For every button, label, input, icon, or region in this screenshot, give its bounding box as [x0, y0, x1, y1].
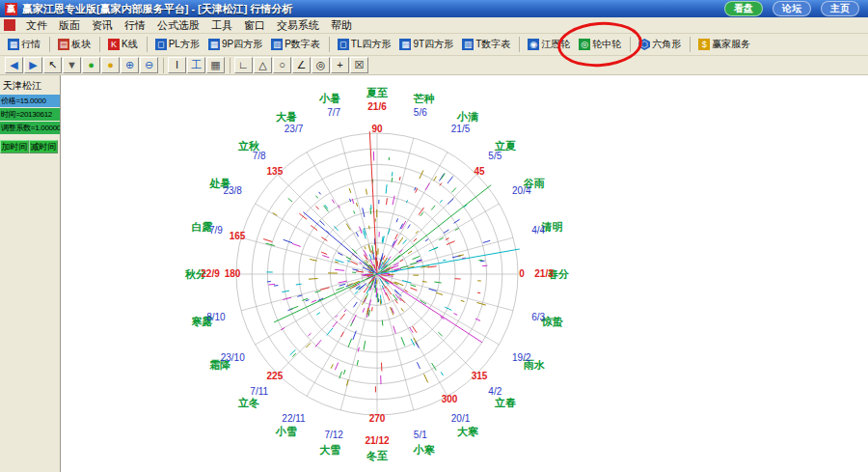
- toolbar-button-t-number-table[interactable]: ▥T数字表: [458, 35, 514, 54]
- svg-text:立冬: 立冬: [237, 397, 259, 409]
- toolbar-separator: [690, 37, 691, 52]
- svg-text:21/3: 21/3: [534, 268, 554, 279]
- toolbar-button-label: K线: [122, 38, 138, 51]
- drawing-tool-right-angle-icon[interactable]: ∟: [234, 57, 253, 73]
- kline-icon: K: [108, 39, 120, 50]
- svg-text:7/11: 7/11: [250, 386, 268, 397]
- toolbar-button-label: 赢家服务: [712, 38, 750, 51]
- svg-text:芒种: 芒种: [413, 93, 435, 104]
- titlebar-button-home[interactable]: 主页: [821, 1, 859, 16]
- svg-text:23/10: 23/10: [221, 352, 245, 363]
- side-panel: 天津松江 价格=15.0000时间=20130612调整系数=1.00000 加…: [0, 75, 61, 472]
- svg-text:315: 315: [472, 371, 488, 381]
- toolbar-button-hexagon[interactable]: ⬡六角形: [635, 35, 685, 54]
- toolbar-button-label: TL四方形: [351, 38, 392, 51]
- add-time-button[interactable]: 加时间: [0, 140, 29, 153]
- drawing-tool-marker-green-icon[interactable]: ●: [82, 57, 100, 73]
- hexagon-icon: ⬡: [638, 39, 650, 50]
- svg-text:21/5: 21/5: [451, 124, 471, 134]
- toolbar-button-label: 江恩轮: [541, 38, 570, 51]
- toolbar-button-p-number-table[interactable]: ▥P数字表: [267, 35, 324, 54]
- svg-text:7/7: 7/7: [327, 107, 340, 118]
- gann-wheel-chart[interactable]: 90450315300270225180165135夏至21/6芒种5/6小满2…: [61, 75, 868, 472]
- toolbar-button-quotes[interactable]: ▦行情: [4, 35, 44, 54]
- titlebar-button-watch[interactable]: 看盘: [724, 1, 763, 16]
- svg-text:180: 180: [225, 268, 241, 279]
- drawing-tool-grid-icon[interactable]: ▦: [206, 57, 225, 73]
- drawing-tool-circle-icon[interactable]: ○: [273, 57, 291, 73]
- drawing-tool-marker-yellow-icon[interactable]: ●: [101, 57, 120, 73]
- svg-text:冬至: 冬至: [366, 450, 388, 462]
- svg-text:大暑: 大暑: [276, 111, 297, 123]
- drawing-tool-back-icon[interactable]: ◀: [5, 57, 23, 73]
- menu-item-formula-stock-pick[interactable]: 公式选股: [151, 18, 205, 33]
- titlebar-button-forum[interactable]: 论坛: [773, 1, 811, 16]
- field-adjust-factor[interactable]: 调整系数=1.00000: [0, 122, 60, 134]
- toolbar-button-tl-square[interactable]: ◻TL四方形: [334, 35, 395, 54]
- toolbar-button-label: PL方形: [169, 38, 200, 51]
- svg-text:5/6: 5/6: [414, 107, 427, 118]
- drawing-tool-vertical-line-icon[interactable]: I: [168, 57, 186, 73]
- svg-text:225: 225: [267, 371, 284, 381]
- wheel-in-wheel-icon: ◎: [579, 39, 590, 50]
- table-icon: ▥: [462, 39, 474, 50]
- toolbar-button-winner-service[interactable]: $赢家服务: [694, 35, 754, 54]
- menu-item-layout[interactable]: 版面: [53, 18, 86, 33]
- drawing-tool-delete-icon[interactable]: ☒: [350, 57, 368, 73]
- svg-text:23/7: 23/7: [285, 124, 304, 134]
- main-body: 天津松江 价格=15.0000时间=20130612调整系数=1.00000 加…: [0, 75, 868, 472]
- time-adjust-buttons: 加时间减时间: [0, 140, 60, 153]
- toolbar-separator: [329, 37, 330, 52]
- toolbar-separator: [163, 58, 164, 73]
- square-icon: ◻: [155, 39, 167, 50]
- menu-item-file[interactable]: 文件: [20, 18, 53, 33]
- svg-text:7/12: 7/12: [324, 430, 343, 440]
- drawing-tool-zoom-in-icon[interactable]: ⊕: [121, 57, 139, 73]
- toolbar-button-wheel-in-wheel[interactable]: ◎轮中轮: [575, 35, 625, 54]
- svg-text:22/9: 22/9: [201, 268, 220, 279]
- svg-text:小暑: 小暑: [318, 93, 340, 104]
- toolbar-separator: [230, 58, 231, 73]
- drawing-tool-crosshair-icon[interactable]: +: [331, 57, 349, 73]
- svg-text:21/6: 21/6: [367, 101, 387, 112]
- svg-text:135: 135: [267, 166, 284, 177]
- drawing-tool-triangle-icon[interactable]: △: [254, 57, 272, 73]
- parameter-fields: 价格=15.0000时间=20130612调整系数=1.00000: [0, 95, 60, 134]
- field-price[interactable]: 价格=15.0000: [0, 95, 60, 107]
- svg-text:大雪: 大雪: [319, 444, 340, 456]
- svg-text:立春: 立春: [494, 397, 517, 408]
- gann-wheel-svg: 90450315300270225180165135夏至21/6芒种5/6小满2…: [61, 75, 867, 472]
- toolbar-button-gann-wheel[interactable]: ◉江恩轮: [524, 35, 574, 54]
- toolbar-button-sectors[interactable]: ▤板块: [54, 35, 95, 54]
- menu-bar: 文件版面资讯行情公式选股工具窗口交易系统帮助: [0, 17, 868, 34]
- menu-item-news[interactable]: 资讯: [86, 18, 119, 33]
- field-time[interactable]: 时间=20130612: [0, 108, 60, 121]
- svg-text:5/5: 5/5: [488, 151, 502, 161]
- drawing-tool-target-icon[interactable]: ◎: [312, 57, 330, 73]
- toolbar-button-kline[interactable]: KK线: [104, 35, 142, 54]
- toolbar-button-label: 9P四方形: [222, 38, 262, 51]
- drawing-tool-angle-icon[interactable]: ∠: [292, 57, 311, 73]
- menu-item-tools[interactable]: 工具: [205, 18, 238, 33]
- svg-text:8/10: 8/10: [206, 312, 226, 322]
- drawing-tool-zoom-out-icon[interactable]: ⊖: [140, 57, 158, 73]
- menu-item-trading-system[interactable]: 交易系统: [271, 18, 325, 33]
- menu-item-help[interactable]: 帮助: [325, 18, 358, 33]
- toolbar-button-9p-square[interactable]: ▦9P四方形: [204, 35, 266, 54]
- toolbar-button-pl-square[interactable]: ◻PL方形: [151, 35, 203, 54]
- toolbar-button-9t-square[interactable]: ▦9T四方形: [395, 35, 457, 54]
- toolbar-button-label: T数字表: [475, 38, 510, 51]
- drawing-tool-forward-icon[interactable]: ▶: [24, 57, 42, 73]
- svg-text:小寒: 小寒: [413, 444, 436, 456]
- title-bar: 赢 赢家江恩专业版[赢家内部服务平台] - [天津松江] 行情分析 看盘论坛主页: [0, 0, 868, 17]
- sub-time-button[interactable]: 减时间: [29, 140, 58, 153]
- menu-item-window[interactable]: 窗口: [238, 18, 271, 33]
- svg-text:45: 45: [475, 166, 486, 177]
- drawing-tool-pointer-icon[interactable]: ↖: [43, 57, 62, 73]
- svg-text:22/11: 22/11: [282, 413, 306, 424]
- menu-item-quotes[interactable]: 行情: [119, 18, 151, 33]
- drawing-tool-gann-tool-icon[interactable]: 工: [187, 57, 205, 73]
- drawing-tool-filter-icon[interactable]: ▼: [63, 57, 81, 73]
- svg-text:5/1: 5/1: [414, 430, 427, 440]
- svg-text:20/1: 20/1: [451, 413, 471, 424]
